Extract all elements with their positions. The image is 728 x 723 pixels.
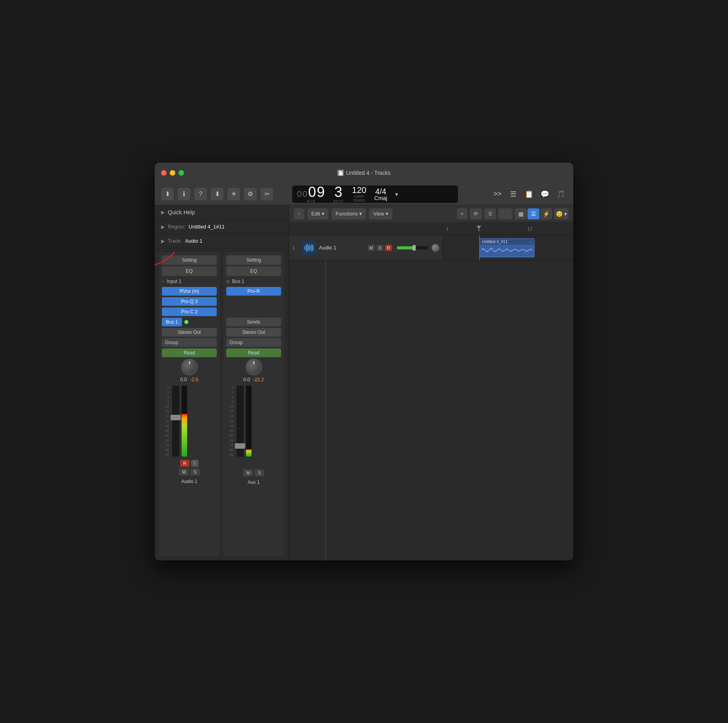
waveform-bars xyxy=(304,242,313,253)
channel1-fader-track[interactable] xyxy=(172,386,179,457)
maximize-button[interactable] xyxy=(178,170,184,176)
channel2-fader-handle[interactable] xyxy=(235,443,245,449)
transport-display[interactable]: 0009 BAR 3 BEAT 120 KEEP TEMPO 4/4 Cmaj … xyxy=(292,185,458,203)
notes-button[interactable]: 📋 xyxy=(523,188,535,200)
channel1-plugin3-button[interactable]: Pro-C 2 xyxy=(162,307,217,316)
download-button[interactable]: ⬇ xyxy=(211,188,223,200)
bar-display: 0009 BAR xyxy=(297,185,326,203)
toolbar-left: ⬇ ℹ ? ⬇ ☀ ⚙ ✂ xyxy=(161,188,273,200)
back-button[interactable]: ↑ xyxy=(294,208,304,219)
main-toolbar: ⬇ ℹ ? ⬇ ☀ ⚙ ✂ 0009 BAR 3 BEAT 120 xyxy=(155,183,573,205)
playhead-marker xyxy=(478,227,479,231)
help-button[interactable]: ? xyxy=(194,188,207,200)
region-loop-icon: ○ xyxy=(529,240,532,244)
channel1-r-button[interactable]: R xyxy=(180,460,190,467)
channel2-read-button[interactable]: Read xyxy=(226,348,281,357)
track-r-button[interactable]: R xyxy=(385,245,392,251)
track-pan-knob[interactable] xyxy=(432,244,439,252)
midi-button[interactable]: 🎵 xyxy=(554,188,567,200)
edit-button[interactable]: Edit ▾ xyxy=(308,208,328,219)
key-display[interactable]: 4/4 Cmaj xyxy=(374,187,387,201)
region-header: Untitled 4_#11 ○ xyxy=(480,239,534,245)
channel1-s-button[interactable]: S xyxy=(190,468,199,476)
track-fader[interactable] xyxy=(397,246,428,249)
channel2-setting-button[interactable]: Setting xyxy=(226,255,281,265)
emoji-button[interactable]: 😊 ▾ xyxy=(554,208,569,219)
channel1-read-button[interactable]: Read xyxy=(162,348,217,357)
channel2-level-bar xyxy=(246,450,251,457)
functions-chevron: ▾ xyxy=(359,211,362,217)
scissors-button[interactable]: ✂ xyxy=(261,188,273,200)
add-track-button[interactable]: + xyxy=(457,208,468,219)
audio-region[interactable]: Untitled 4_#11 ○ xyxy=(479,238,535,257)
empty-timeline-area xyxy=(289,260,573,560)
channel1-setting-button[interactable]: Setting xyxy=(162,255,217,265)
view-button[interactable]: View ▾ xyxy=(369,208,392,219)
channel2-m-button[interactable]: M xyxy=(243,469,253,476)
channel2-output-button[interactable]: Stereo Out xyxy=(226,328,281,337)
channel2-s-button[interactable]: S xyxy=(255,469,264,476)
channel1-values: 0.0 -2.5 xyxy=(162,377,217,382)
content-area: ↑ Edit ▾ Functions ▾ View ▾ + ⟳ S ⬛ xyxy=(289,205,573,560)
channel2-fader-track[interactable] xyxy=(236,386,244,457)
cycle-button[interactable]: ⟳ xyxy=(470,208,482,219)
track-buttons: M S R xyxy=(368,245,392,251)
list-view-button[interactable]: ☰ xyxy=(527,208,539,219)
brightness-button[interactable]: ☀ xyxy=(227,188,240,200)
channel1-plugin1-button[interactable]: RVox (m) xyxy=(162,287,217,296)
beat-value: 3 xyxy=(334,185,343,199)
channel1-eq-button[interactable]: EQ xyxy=(162,266,217,276)
beat-label: BEAT xyxy=(334,199,344,203)
channel1-fader-handle[interactable] xyxy=(171,415,181,420)
smart-view-button[interactable]: ⚡ xyxy=(540,208,552,219)
traffic-lights xyxy=(161,170,184,176)
main-window: 📄 Untitled 4 - Tracks ⬇ ℹ ? ⬇ ☀ ⚙ ✂ 0009… xyxy=(155,163,573,560)
tempo-display: 120 KEEP TEMPO xyxy=(352,186,366,202)
functions-label: Functions xyxy=(336,211,358,217)
edit-chevron: ▾ xyxy=(322,211,325,217)
close-button[interactable] xyxy=(161,170,167,176)
channel2-group-button[interactable]: Group xyxy=(226,338,281,347)
s-button[interactable]: S xyxy=(484,208,496,219)
track-fader-handle[interactable] xyxy=(413,245,416,251)
content-wrapper: ▶ Quick Help ▶ Region: Untitled 4_1#11 ▶… xyxy=(155,205,573,560)
minimize-button[interactable] xyxy=(170,170,175,176)
channel1-i-button[interactable]: I xyxy=(191,460,199,467)
channel1-bus-button[interactable]: Bus 1 xyxy=(162,318,182,326)
channel1-vol-value: -2.5 xyxy=(190,377,199,382)
toolbar-right: >> ☰ 📋 💬 🎵 xyxy=(491,188,567,200)
screen-set-button[interactable]: ⬛ xyxy=(498,208,512,219)
sidebar: ▶ Quick Help ▶ Region: Untitled 4_1#11 ▶… xyxy=(155,205,289,560)
channel2-pan-knob[interactable] xyxy=(246,359,262,375)
channel2-eq-button[interactable]: EQ xyxy=(226,266,281,276)
info-button[interactable]: ℹ xyxy=(178,188,190,200)
functions-button[interactable]: Functions ▾ xyxy=(332,208,366,219)
track-m-button[interactable]: M xyxy=(368,245,375,251)
chat-button[interactable]: 💬 xyxy=(538,188,551,200)
mixer-button[interactable]: ⚙ xyxy=(244,188,257,200)
transport-dropdown[interactable]: ▾ xyxy=(395,191,398,197)
channel2-plugin1-button[interactable]: Pro-R xyxy=(226,287,281,296)
channel2-plugin-spacer xyxy=(226,297,281,316)
track-waveform-icon xyxy=(302,241,316,255)
inbox-button[interactable]: ⬇ xyxy=(161,188,174,200)
channel2-sends-button[interactable]: Sends xyxy=(226,318,281,326)
channel1-output-button[interactable]: Stereo Out xyxy=(162,328,217,337)
channel1-pan-knob[interactable] xyxy=(181,359,198,375)
channel1-m-button[interactable]: M xyxy=(179,468,189,476)
beat-display: 3 BEAT xyxy=(334,185,344,203)
channel1-group-button[interactable]: Group xyxy=(162,338,217,347)
grid-line-4 xyxy=(479,235,480,260)
view-label: View xyxy=(373,211,384,217)
region-section: ▶ Region: Untitled 4_1#11 xyxy=(155,220,289,234)
forward-button[interactable]: >> xyxy=(491,188,504,200)
channel1-plugin2-button[interactable]: Pro-Q 3 xyxy=(162,297,217,306)
tempo-label: TEMPO xyxy=(353,199,366,202)
playhead-triangle xyxy=(477,226,481,229)
track-s-button[interactable]: S xyxy=(377,245,383,251)
grid-view-button[interactable]: ▦ xyxy=(515,208,527,219)
region-title: Untitled 4_#11 xyxy=(482,240,508,244)
channel1-active-indicator xyxy=(184,320,188,324)
list-button[interactable]: ☰ xyxy=(507,188,520,200)
channel2-pan-value: 0.0 xyxy=(243,377,250,382)
